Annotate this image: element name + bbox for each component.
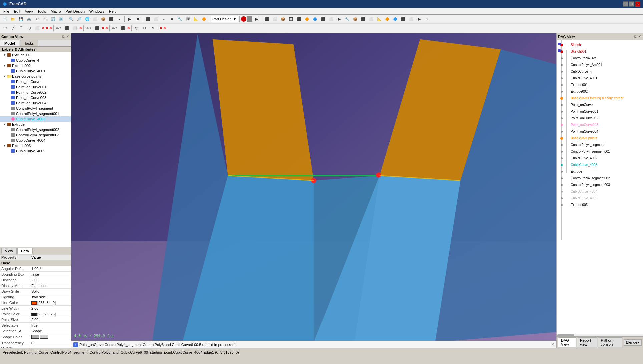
menu-tools[interactable]: Tools (35, 9, 48, 14)
prop-deviation-value[interactable]: 2.00 (30, 277, 71, 283)
v12[interactable]: 📦 (352, 15, 359, 23)
prop-draw-style-value[interactable]: Solid (30, 289, 71, 294)
view-standard-button[interactable]: 🌐 (84, 15, 91, 23)
box3[interactable]: ▪ (160, 15, 168, 23)
viewport[interactable]: Z X Y 4.0 ms / 250.0 fps i Point_onCurve… (71, 33, 556, 348)
tab-model[interactable]: Model (0, 40, 19, 46)
v10[interactable]: ▶ (336, 15, 343, 23)
zoom-out-button[interactable]: 🔎 (76, 15, 83, 23)
box8[interactable]: 🔶 (200, 15, 208, 23)
properties-section[interactable]: Property Value Base Angular Def... 1.00 … (0, 255, 71, 348)
expand-extrude002[interactable]: ▼ (3, 64, 7, 67)
notification-close[interactable]: ✕ (551, 342, 554, 347)
tree-item-extrude003[interactable]: ▼ Extrude003 (0, 143, 71, 148)
red-button[interactable] (241, 16, 246, 22)
prop-display-mode-value[interactable]: Flat Lines (30, 283, 71, 289)
expand-base-curve[interactable]: ▼ (3, 75, 7, 78)
expand-extrude001[interactable]: ▼ (3, 53, 7, 57)
tool-shield[interactable]: 🛡 (133, 25, 140, 32)
dag-scrollbar[interactable] (557, 334, 643, 336)
stop-button[interactable]: ⏹ (134, 15, 141, 23)
save-button[interactable]: 💾 (17, 15, 25, 23)
dag-tab-dagview[interactable]: DAG View (558, 337, 576, 347)
tree-item-extrude001[interactable]: ▼ Extrude001 (0, 52, 71, 58)
v15[interactable]: 📐 (376, 15, 383, 23)
tool-r2-4[interactable]: ⬛ (119, 25, 126, 32)
box6[interactable]: 🏁 (184, 15, 192, 23)
viewport-canvas[interactable]: Z X Y 4.0 ms / 250.0 fps (71, 33, 556, 348)
tool-rotate[interactable]: ↻ (149, 25, 156, 32)
dag-tree[interactable]: Sketch Sketch001 ControlPoly4_Arc Contro… (557, 40, 643, 334)
refresh-button[interactable]: 🔄 (49, 15, 57, 23)
v7[interactable]: 🔷 (311, 15, 319, 23)
box1[interactable]: ⬛ (144, 15, 152, 23)
play2-button[interactable]: ▶ (253, 15, 260, 23)
sketch-rect[interactable]: ⬜ (34, 25, 41, 32)
prop-transparency-value[interactable]: 0 (30, 340, 71, 346)
tree-item-controlpoly4-seg001[interactable]: ControlPoly4_segment001 (0, 111, 71, 116)
more-tb[interactable]: » (424, 15, 431, 23)
prop-visibility-value[interactable]: true (30, 346, 71, 348)
menu-edit[interactable]: Edit (12, 9, 22, 14)
v16[interactable]: 🔶 (384, 15, 391, 23)
dag-tab-python[interactable]: Python console (598, 337, 622, 347)
blender-button[interactable]: Blende▾ (624, 339, 642, 346)
sketch-poly[interactable]: ⬡ (26, 25, 33, 32)
menu-help[interactable]: Help (107, 9, 119, 14)
prop-lighting-value[interactable]: Two side (30, 294, 71, 300)
tab-tasks[interactable]: Tasks (20, 40, 38, 46)
tree-item-cubiccurve-4[interactable]: CubicCurve_4 (0, 58, 71, 63)
tree-item-point-oncurve002[interactable]: Point_onCurve002 (0, 90, 71, 95)
expand-extrude[interactable]: ▼ (3, 123, 7, 126)
tree-item-point-oncurve003[interactable]: Point_onCurve003 (0, 95, 71, 100)
tree-item-cp4seg002[interactable]: ControlPoly4_segment002 (0, 127, 71, 132)
minimize-button[interactable]: ─ (623, 1, 628, 7)
sketch-line[interactable]: ╱ (10, 25, 17, 32)
sketch-arc[interactable]: ⌒ (18, 25, 25, 32)
prop-line-color-value[interactable]: [255, 84, 0] (30, 300, 71, 306)
box4[interactable]: ◾ (168, 15, 176, 23)
tree-item-cc4005[interactable]: CubicCurve_4005 (0, 148, 71, 154)
tool-r2-2[interactable]: ⬜ (71, 25, 78, 32)
undo-button[interactable]: ↩ (33, 15, 41, 23)
v4[interactable]: 🔲 (287, 15, 295, 23)
prop-bounding-box-value[interactable]: false (30, 272, 71, 277)
tab-view[interactable]: View (1, 248, 17, 254)
dag-float-button[interactable]: ⧉ (633, 35, 637, 39)
menu-windows[interactable]: Windows (87, 9, 106, 14)
v5[interactable]: ⬛ (295, 15, 303, 23)
combo-float-button[interactable]: ⧉ (61, 35, 65, 39)
workbench-selector[interactable]: Part Design ▼ (211, 16, 238, 22)
combo-close-button[interactable]: ✕ (66, 35, 70, 39)
tree-item-extrude[interactable]: ▼ Extrude (0, 122, 71, 127)
gray-button[interactable] (247, 16, 252, 22)
tree-item-base-curve-points[interactable]: ▼ 📁 Base curve points (0, 74, 71, 79)
tree-item-point-oncurve001[interactable]: Point_onCurve001 (0, 84, 71, 90)
maximize-button[interactable]: □ (629, 1, 634, 7)
prop-shape-color-value[interactable] (30, 334, 71, 340)
tree-item-point-oncurve[interactable]: Point_onCurve (0, 79, 71, 84)
tree-section[interactable]: Labels & Attributes ▼ Extrude001 CubicCu… (0, 47, 71, 247)
box7[interactable]: 📐 (192, 15, 200, 23)
tree-item-cubiccurve4003[interactable]: CubicCurve_4003 (0, 116, 71, 122)
tree-item-point-oncurve004[interactable]: Point_onCurve004 (0, 100, 71, 106)
redo-button[interactable]: ↪ (41, 15, 49, 23)
close-button[interactable]: ✕ (635, 1, 640, 7)
prop-point-size-value[interactable]: 2.00 (30, 317, 71, 323)
dag-tab-report[interactable]: Report view (577, 337, 597, 347)
new-button[interactable]: 📄 (1, 15, 9, 23)
tree-item-cp4seg003[interactable]: ControlPoly4_segment003 (0, 132, 71, 138)
v11[interactable]: 🔧 (344, 15, 351, 23)
box2[interactable]: ⬜ (152, 15, 160, 23)
tree-item-extrude002[interactable]: ▼ Extrude002 (0, 63, 71, 68)
v20[interactable]: ▶ (416, 15, 423, 23)
tool-gear[interactable]: ⚙ (141, 25, 148, 32)
menu-view[interactable]: View (23, 9, 35, 14)
v9[interactable]: ⬜ (328, 15, 335, 23)
prop-angular-def-value[interactable]: 1.00 ° (30, 266, 71, 272)
v18[interactable]: ⬛ (400, 15, 407, 23)
v6[interactable]: 🔶 (303, 15, 311, 23)
tree-header[interactable]: Labels & Attributes (0, 47, 71, 52)
v2[interactable]: ⬜ (271, 15, 279, 23)
menu-part-design[interactable]: Part Design (64, 9, 87, 14)
